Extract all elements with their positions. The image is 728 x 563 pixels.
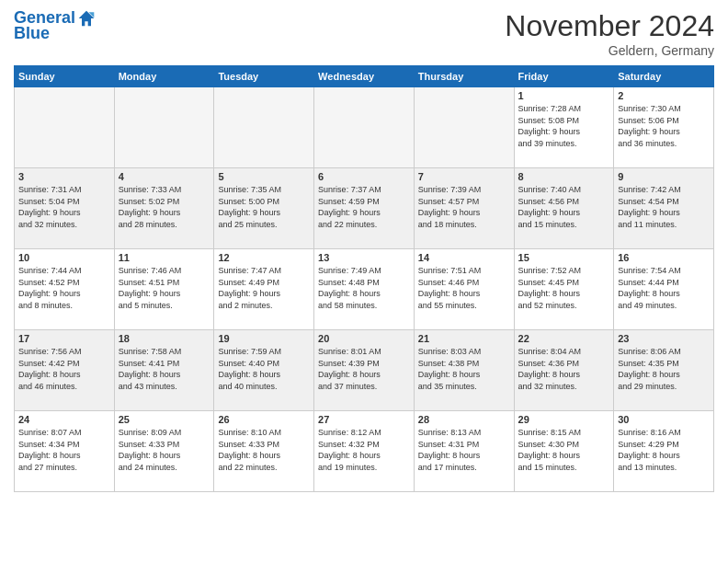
day-number: 25 [119,414,210,425]
calendar-cell: 24Sunrise: 8:07 AM Sunset: 4:34 PM Dayli… [15,411,115,492]
day-number: 15 [518,252,610,263]
day-info: Sunrise: 8:04 AM Sunset: 4:36 PM Dayligh… [518,346,610,392]
day-info: Sunrise: 7:51 AM Sunset: 4:46 PM Dayligh… [418,265,510,311]
day-info: Sunrise: 7:44 AM Sunset: 4:52 PM Dayligh… [18,265,110,311]
calendar-cell: 19Sunrise: 7:59 AM Sunset: 4:40 PM Dayli… [214,330,314,411]
calendar-cell: 10Sunrise: 7:44 AM Sunset: 4:52 PM Dayli… [15,249,115,330]
day-info: Sunrise: 8:07 AM Sunset: 4:34 PM Dayligh… [18,427,110,473]
calendar-cell: 21Sunrise: 8:03 AM Sunset: 4:38 PM Dayli… [414,330,514,411]
day-number: 7 [418,171,510,182]
day-info: Sunrise: 8:06 AM Sunset: 4:35 PM Dayligh… [618,346,710,392]
calendar-cell: 4Sunrise: 7:33 AM Sunset: 5:02 PM Daylig… [114,168,214,249]
calendar-cell: 17Sunrise: 7:56 AM Sunset: 4:42 PM Dayli… [15,330,115,411]
day-number: 24 [18,414,110,425]
calendar-cell: 13Sunrise: 7:49 AM Sunset: 4:48 PM Dayli… [314,249,415,330]
day-number: 1 [518,90,610,101]
day-info: Sunrise: 7:52 AM Sunset: 4:45 PM Dayligh… [518,265,610,311]
calendar-cell [15,87,115,168]
day-number: 20 [318,333,410,344]
calendar-cell: 27Sunrise: 8:12 AM Sunset: 4:32 PM Dayli… [314,411,415,492]
calendar-table: Sunday Monday Tuesday Wednesday Thursday… [14,65,714,492]
calendar-cell: 20Sunrise: 8:01 AM Sunset: 4:39 PM Dayli… [314,330,415,411]
calendar-week-3: 17Sunrise: 7:56 AM Sunset: 4:42 PM Dayli… [15,330,714,411]
col-wednesday: Wednesday [314,66,415,87]
col-monday: Monday [114,66,214,87]
calendar-cell [214,87,314,168]
day-info: Sunrise: 7:46 AM Sunset: 4:51 PM Dayligh… [119,265,210,311]
day-number: 5 [218,171,310,182]
day-info: Sunrise: 7:37 AM Sunset: 4:59 PM Dayligh… [318,184,410,230]
day-info: Sunrise: 7:35 AM Sunset: 5:00 PM Dayligh… [218,184,310,230]
day-info: Sunrise: 7:58 AM Sunset: 4:41 PM Dayligh… [119,346,210,392]
day-number: 21 [418,333,510,344]
day-info: Sunrise: 7:54 AM Sunset: 4:44 PM Dayligh… [618,265,710,311]
day-number: 12 [218,252,310,263]
day-number: 3 [18,171,110,182]
day-info: Sunrise: 7:39 AM Sunset: 4:57 PM Dayligh… [418,184,510,230]
calendar-cell: 25Sunrise: 8:09 AM Sunset: 4:33 PM Dayli… [114,411,214,492]
day-number: 8 [518,171,610,182]
location: Geldern, Germany [505,43,714,58]
day-info: Sunrise: 8:12 AM Sunset: 4:32 PM Dayligh… [318,427,410,473]
calendar-cell: 7Sunrise: 7:39 AM Sunset: 4:57 PM Daylig… [414,168,514,249]
day-number: 26 [218,414,310,425]
day-number: 10 [18,252,110,263]
calendar-cell: 2Sunrise: 7:30 AM Sunset: 5:06 PM Daylig… [614,87,714,168]
day-info: Sunrise: 7:40 AM Sunset: 4:56 PM Dayligh… [518,184,610,230]
day-info: Sunrise: 7:49 AM Sunset: 4:48 PM Dayligh… [318,265,410,311]
logo-icon [77,9,96,28]
calendar-cell: 1Sunrise: 7:28 AM Sunset: 5:08 PM Daylig… [514,87,614,168]
calendar-cell: 6Sunrise: 7:37 AM Sunset: 4:59 PM Daylig… [314,168,415,249]
calendar-cell: 16Sunrise: 7:54 AM Sunset: 4:44 PM Dayli… [614,249,714,330]
day-info: Sunrise: 8:15 AM Sunset: 4:30 PM Dayligh… [518,427,610,473]
day-number: 13 [318,252,410,263]
calendar-cell [414,87,514,168]
calendar-cell: 3Sunrise: 7:31 AM Sunset: 5:04 PM Daylig… [15,168,115,249]
calendar-cell: 28Sunrise: 8:13 AM Sunset: 4:31 PM Dayli… [414,411,514,492]
day-info: Sunrise: 7:42 AM Sunset: 4:54 PM Dayligh… [618,184,710,230]
calendar-cell [314,87,415,168]
day-number: 4 [119,171,210,182]
month-title: November 2024 [505,9,714,43]
calendar-cell: 26Sunrise: 8:10 AM Sunset: 4:33 PM Dayli… [214,411,314,492]
calendar-cell: 14Sunrise: 7:51 AM Sunset: 4:46 PM Dayli… [414,249,514,330]
day-number: 17 [18,333,110,344]
day-number: 27 [318,414,410,425]
header: General Blue November 2024 Geldern, Germ… [14,9,714,58]
day-info: Sunrise: 7:56 AM Sunset: 4:42 PM Dayligh… [18,346,110,392]
logo: General Blue [14,9,96,43]
day-info: Sunrise: 8:09 AM Sunset: 4:33 PM Dayligh… [119,427,210,473]
day-number: 23 [618,333,710,344]
calendar-week-2: 10Sunrise: 7:44 AM Sunset: 4:52 PM Dayli… [15,249,714,330]
title-block: November 2024 Geldern, Germany [505,9,714,58]
day-number: 14 [418,252,510,263]
day-info: Sunrise: 7:33 AM Sunset: 5:02 PM Dayligh… [119,184,210,230]
header-row: Sunday Monday Tuesday Wednesday Thursday… [15,66,714,87]
day-number: 28 [418,414,510,425]
calendar-week-0: 1Sunrise: 7:28 AM Sunset: 5:08 PM Daylig… [15,87,714,168]
calendar-cell: 22Sunrise: 8:04 AM Sunset: 4:36 PM Dayli… [514,330,614,411]
calendar-cell: 15Sunrise: 7:52 AM Sunset: 4:45 PM Dayli… [514,249,614,330]
calendar-week-4: 24Sunrise: 8:07 AM Sunset: 4:34 PM Dayli… [15,411,714,492]
calendar-cell: 29Sunrise: 8:15 AM Sunset: 4:30 PM Dayli… [514,411,614,492]
day-info: Sunrise: 7:28 AM Sunset: 5:08 PM Dayligh… [518,103,610,149]
day-info: Sunrise: 7:59 AM Sunset: 4:40 PM Dayligh… [218,346,310,392]
day-info: Sunrise: 7:31 AM Sunset: 5:04 PM Dayligh… [18,184,110,230]
day-number: 22 [518,333,610,344]
day-number: 18 [119,333,210,344]
col-tuesday: Tuesday [214,66,314,87]
col-friday: Friday [514,66,614,87]
day-number: 9 [618,171,710,182]
calendar-cell: 12Sunrise: 7:47 AM Sunset: 4:49 PM Dayli… [214,249,314,330]
day-number: 6 [318,171,410,182]
calendar-cell: 18Sunrise: 7:58 AM Sunset: 4:41 PM Dayli… [114,330,214,411]
day-number: 2 [618,90,710,101]
col-saturday: Saturday [614,66,714,87]
calendar-cell: 23Sunrise: 8:06 AM Sunset: 4:35 PM Dayli… [614,330,714,411]
calendar-week-1: 3Sunrise: 7:31 AM Sunset: 5:04 PM Daylig… [15,168,714,249]
day-info: Sunrise: 8:01 AM Sunset: 4:39 PM Dayligh… [318,346,410,392]
day-number: 19 [218,333,310,344]
day-info: Sunrise: 7:30 AM Sunset: 5:06 PM Dayligh… [618,103,710,149]
col-sunday: Sunday [15,66,115,87]
calendar-cell: 9Sunrise: 7:42 AM Sunset: 4:54 PM Daylig… [614,168,714,249]
